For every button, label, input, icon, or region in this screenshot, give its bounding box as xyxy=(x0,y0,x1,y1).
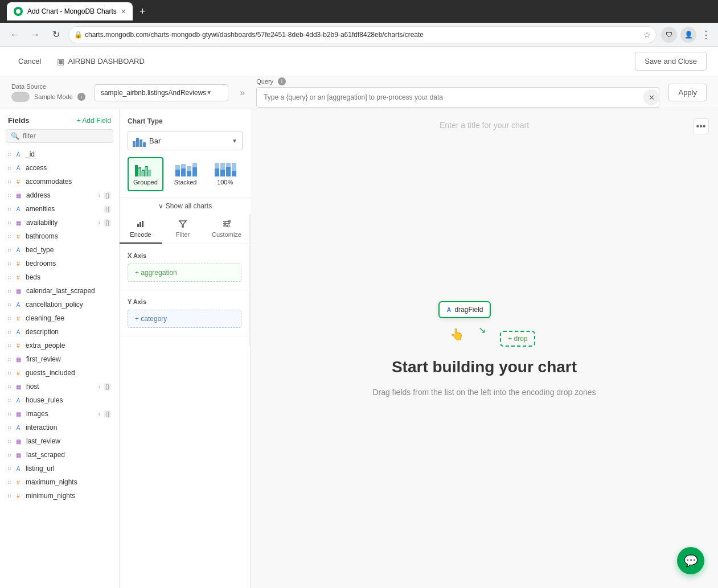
drag-handle-icon xyxy=(8,303,11,306)
list-item[interactable]: A_id xyxy=(3,147,116,161)
drag-handle-icon xyxy=(8,249,11,252)
tab-close-icon[interactable]: × xyxy=(121,7,126,16)
add-field-button[interactable]: + Add Field xyxy=(77,117,111,125)
chart-variant-100%[interactable]: 100% xyxy=(207,157,243,191)
list-item[interactable]: ▦availability›{} xyxy=(3,216,116,229)
query-info-icon[interactable]: i xyxy=(278,77,286,85)
list-item[interactable]: #maximum_nights xyxy=(3,475,116,489)
chart-menu-button[interactable]: ••• xyxy=(693,118,709,134)
data-source-select[interactable]: sample_airbnb.listingsAndReviews ▼ xyxy=(95,84,228,101)
address-bar-row: ← → ↻ 🔒 charts.mongodb.com/charts-mongod… xyxy=(0,23,718,47)
expand-icon[interactable]: › xyxy=(99,219,101,226)
refresh-button[interactable]: ↻ xyxy=(48,27,64,43)
list-item[interactable]: #accommodates xyxy=(3,175,116,188)
new-tab-icon[interactable]: + xyxy=(140,6,146,18)
chart-variant-stacked[interactable]: Stacked xyxy=(168,157,203,191)
field-badge: {} xyxy=(104,383,111,390)
field-name-label: availability xyxy=(26,219,95,227)
save-close-button[interactable]: Save and Close xyxy=(635,52,707,71)
field-type-icon: ▦ xyxy=(14,451,23,459)
list-item[interactable]: Acancellation_policy xyxy=(3,298,116,311)
list-item[interactable]: ▦calendar_last_scraped xyxy=(3,284,116,298)
field-name-label: cancellation_policy xyxy=(26,301,111,309)
list-item[interactable]: #cleaning_fee xyxy=(3,311,116,325)
field-type-icon: ▦ xyxy=(14,287,23,295)
show-all-charts-link[interactable]: ∨ Show all charts xyxy=(120,197,251,215)
svg-rect-0 xyxy=(135,165,138,176)
expand-icon[interactable]: › xyxy=(99,192,101,199)
field-type-icon: # xyxy=(14,479,22,486)
browser-menu-icon[interactable]: ⋮ xyxy=(701,28,711,41)
tab-filter[interactable]: Filter xyxy=(162,215,204,244)
list-item[interactable]: Abed_type xyxy=(3,243,116,257)
bookmark-icon[interactable]: ☆ xyxy=(643,30,651,39)
svg-rect-15 xyxy=(192,163,197,167)
list-item[interactable]: Alisting_url xyxy=(3,462,116,475)
fields-search-input[interactable] xyxy=(23,132,108,140)
browser-tab[interactable]: Add Chart - MongoDB Charts × xyxy=(7,2,133,20)
list-item[interactable]: ▦host›{} xyxy=(3,380,116,393)
list-item[interactable]: Aaccess xyxy=(3,161,116,175)
list-item[interactable]: ▦address›{} xyxy=(3,188,116,202)
list-item[interactable]: #extra_people xyxy=(3,339,116,352)
tab-customize[interactable]: Customize xyxy=(204,215,249,244)
list-item[interactable]: #minimum_nights xyxy=(3,489,116,503)
list-item[interactable]: #bedrooms xyxy=(3,257,116,270)
list-item[interactable]: ▦first_review xyxy=(3,352,116,366)
list-item[interactable]: #bathrooms xyxy=(3,229,116,243)
forward-button[interactable]: → xyxy=(27,27,43,43)
sample-mode-info-icon[interactable]: i xyxy=(77,93,85,101)
extension-btn-2[interactable]: 👤 xyxy=(680,27,696,43)
svg-rect-6 xyxy=(145,167,147,176)
chart-type-selector[interactable]: Bar ▼ xyxy=(128,131,243,150)
expand-icon[interactable]: › xyxy=(99,383,101,390)
dashboard-link[interactable]: ▣ AIRBNB DASHBOARD xyxy=(57,57,144,66)
main-layout: Fields + Add Field 🔍 A_idAaccess#accommo… xyxy=(0,109,718,588)
chart-title-input[interactable]: Enter a title for your chart xyxy=(440,121,529,130)
cancel-button[interactable]: Cancel xyxy=(11,54,48,69)
url-display[interactable]: charts.mongodb.com/charts-mongodb-gtywi/… xyxy=(68,26,657,43)
drag-handle-icon xyxy=(8,358,11,361)
back-button[interactable]: ← xyxy=(7,27,23,43)
field-type-icon: # xyxy=(14,178,22,186)
list-item[interactable]: #guests_included xyxy=(3,366,116,380)
extension-btn-1[interactable]: 🛡 xyxy=(661,27,677,43)
list-item[interactable]: Ahouse_rules xyxy=(3,393,116,407)
drop-zone-y-axis[interactable]: + category xyxy=(128,310,241,328)
chart-variant-icon xyxy=(214,163,236,176)
drag-handle-icon xyxy=(8,331,11,334)
field-name-label: accommodates xyxy=(26,178,111,186)
dashboard-icon: ▣ xyxy=(57,57,64,66)
encode-tab-label: Encode xyxy=(130,231,151,238)
svg-rect-22 xyxy=(232,171,236,176)
field-type-icon: ▦ xyxy=(14,383,23,390)
tab-encode[interactable]: Encode xyxy=(120,215,162,244)
list-item[interactable]: #beds xyxy=(3,270,116,284)
list-item[interactable]: Adescription xyxy=(3,325,116,339)
svg-rect-17 xyxy=(215,163,219,168)
dashboard-label: AIRBNB DASHBOARD xyxy=(68,57,144,65)
svg-rect-7 xyxy=(148,170,151,176)
field-name-label: listing_url xyxy=(26,464,111,472)
list-item[interactable]: ▦last_scraped xyxy=(3,448,116,462)
drag-handle-icon xyxy=(8,180,11,183)
chart-variant-grouped[interactable]: Grouped xyxy=(128,157,163,191)
apply-button[interactable]: Apply xyxy=(668,84,707,101)
field-badge: {} xyxy=(104,410,111,418)
drop-zone-x-axis[interactable]: + aggregation xyxy=(128,264,241,282)
field-name-label: extra_people xyxy=(26,342,111,349)
svg-rect-20 xyxy=(226,167,231,176)
field-name-label: minimum_nights xyxy=(26,492,111,500)
list-item[interactable]: ▦images›{} xyxy=(3,407,116,421)
list-item[interactable]: ▦last_review xyxy=(3,434,116,448)
query-input[interactable] xyxy=(256,87,659,108)
drag-handle-icon xyxy=(8,153,11,156)
svg-marker-27 xyxy=(179,221,186,227)
sample-mode-toggle[interactable] xyxy=(11,92,30,102)
list-item[interactable]: Ainteraction xyxy=(3,421,116,434)
chat-button[interactable]: 💬 xyxy=(677,547,704,574)
list-item[interactable]: Aamenities{} xyxy=(3,202,116,216)
chart-type-name: Bar xyxy=(149,137,228,145)
drag-handle-icon xyxy=(8,467,11,470)
expand-icon[interactable]: › xyxy=(99,410,101,417)
